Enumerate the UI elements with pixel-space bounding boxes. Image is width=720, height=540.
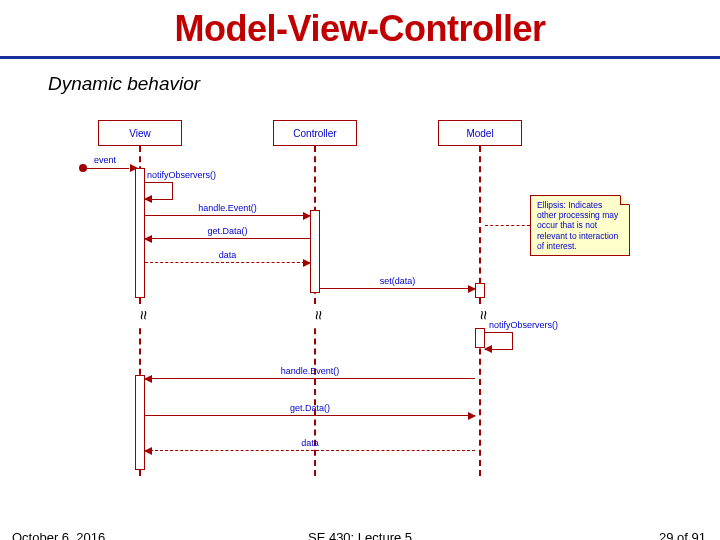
message-data-1: data — [145, 262, 310, 263]
lifeline-break-icon: ≈ — [307, 304, 325, 326]
message-label: event — [94, 155, 116, 165]
page-title: Model-View-Controller — [0, 0, 720, 50]
lifeline-head-controller: Controller — [273, 120, 357, 146]
lifeline-head-view: View — [98, 120, 182, 146]
message-getdata-2: get.Data() — [145, 415, 475, 416]
lifeline-break-icon: ≈ — [132, 304, 150, 326]
message-label: notifyObservers() — [489, 320, 558, 330]
message-notifyobservers-1: notifyObservers() — [145, 182, 173, 200]
note-ellipsis: Ellipsis: Indicates other processing may… — [530, 195, 630, 256]
message-setdata: set(data) — [320, 288, 475, 289]
message-handleevent-2: handle.Event() — [145, 378, 475, 379]
activation-bar — [310, 210, 320, 293]
activation-bar — [135, 375, 145, 470]
activation-bar — [475, 283, 485, 298]
message-label: data — [301, 438, 319, 448]
lifeline-head-model: Model — [438, 120, 522, 146]
activation-bar — [135, 168, 145, 298]
message-getdata-1: get.Data() — [145, 238, 310, 239]
note-connector — [485, 225, 530, 226]
lifeline-break-icon: ≈ — [472, 304, 490, 326]
footer-course: SE 430: Lecture 5 — [308, 530, 412, 540]
subtitle: Dynamic behavior — [0, 59, 720, 95]
message-label: handle.Event() — [198, 203, 257, 213]
message-label: handle.Event() — [281, 366, 340, 376]
sequence-diagram: View ≈ Controller ≈ Model ≈ event — [80, 120, 660, 480]
message-label: data — [219, 250, 237, 260]
message-notifyobservers-2: notifyObservers() — [485, 332, 513, 350]
footer-date: October 6, 2016 — [12, 530, 105, 540]
message-label: get.Data() — [207, 226, 247, 236]
message-handleevent-1: handle.Event() — [145, 215, 310, 216]
footer-page: 29 of 91 — [659, 530, 706, 540]
message-label: get.Data() — [290, 403, 330, 413]
message-label: notifyObservers() — [147, 170, 216, 180]
message-data-2: data — [145, 450, 475, 451]
message-label: set(data) — [380, 276, 416, 286]
note-text: Ellipsis: Indicates other processing may… — [537, 200, 618, 251]
